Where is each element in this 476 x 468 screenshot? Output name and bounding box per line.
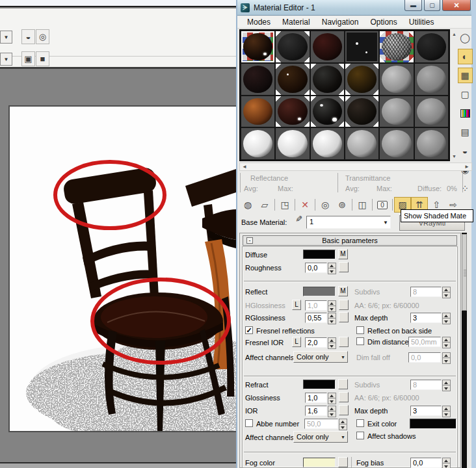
hglossiness-field[interactable]: 1,0 (305, 300, 327, 311)
material-sample-slot[interactable] (311, 96, 344, 127)
eyedropper-icon[interactable]: ✎ (292, 215, 304, 227)
refract-subdivs-field[interactable]: 8 (410, 380, 442, 390)
refract-color-swatch[interactable] (303, 380, 336, 389)
material-sample-slot[interactable] (311, 31, 344, 62)
material-sample-slot[interactable] (276, 64, 309, 95)
fresnel-ior-lock-button[interactable]: L (292, 337, 301, 347)
palette-scroll-down-icon[interactable]: ▼ (451, 153, 457, 160)
exit-color-checkbox[interactable] (356, 419, 364, 427)
ior-field[interactable]: 1,6 (305, 406, 327, 416)
put-material-to-scene-icon[interactable]: ▱ (256, 197, 273, 213)
fog-bias-spinner[interactable] (442, 458, 450, 468)
material-sample-slot[interactable] (380, 31, 413, 62)
hglossiness-spinner[interactable] (328, 300, 336, 311)
menu-modes[interactable]: Modes (241, 16, 276, 28)
fresnel-ior-field[interactable]: 2,0 (305, 337, 327, 348)
ior-spinner[interactable] (328, 406, 336, 417)
render-setup-icon[interactable]: ▣ (21, 51, 35, 66)
dim-distance-checkbox[interactable] (356, 337, 364, 345)
scrollbar-thumb[interactable] (462, 234, 467, 311)
material-sample-slot[interactable] (415, 96, 448, 127)
collapse-icon[interactable]: - (246, 237, 253, 244)
material-sample-slot[interactable] (380, 96, 413, 127)
material-name-dropdown[interactable]: 1 ▼ (306, 216, 391, 229)
background-icon[interactable]: ▦ (458, 68, 473, 83)
material-sample-slot[interactable] (415, 128, 448, 159)
scroll-left-icon[interactable]: ◄ (240, 164, 249, 170)
glossiness-spinner[interactable] (328, 393, 336, 404)
max-depth-spinner[interactable] (442, 313, 450, 324)
material-sample-slot[interactable] (241, 96, 274, 127)
menu-options[interactable]: Options (364, 16, 403, 28)
material-sample-slot[interactable] (345, 31, 378, 62)
close-button[interactable]: ✕ (442, 0, 471, 11)
material-id-channel-icon[interactable]: 0 (374, 197, 391, 213)
reflect-map-button[interactable]: M (338, 286, 348, 296)
reset-map-icon[interactable]: ✕ (297, 197, 313, 213)
fresnel-checkbox[interactable]: ✓ (245, 326, 253, 334)
sample-uv-tiling-icon[interactable]: ▢ (458, 86, 473, 102)
material-sample-slot[interactable] (345, 64, 378, 95)
material-sample-slot[interactable] (241, 128, 274, 159)
reflect-color-swatch[interactable] (303, 287, 336, 296)
fog-color-map-button[interactable] (338, 457, 348, 467)
material-sample-slot[interactable] (415, 31, 448, 62)
refract-map-button[interactable] (338, 379, 348, 389)
refract-max-depth-field[interactable]: 3 (410, 406, 442, 416)
make-material-copy-icon[interactable]: ◎ (317, 197, 334, 213)
subdivs-field[interactable]: 8 (410, 287, 442, 297)
hglossiness-lock-button[interactable]: L (292, 300, 301, 310)
roughness-map-button[interactable] (339, 262, 349, 272)
minimize-button[interactable]: ▬ (404, 0, 422, 11)
dim-distance-field[interactable]: 50,0mm (408, 337, 441, 347)
abbe-field[interactable]: 50,0 (304, 419, 338, 429)
roughness-field[interactable]: 0,0 (305, 263, 327, 273)
render-preset-dropdown[interactable]: ▼ (0, 31, 12, 44)
ior-map-button[interactable] (339, 405, 349, 415)
max-depth-field[interactable]: 3 (410, 313, 442, 323)
glossiness-map-button[interactable] (339, 392, 349, 402)
material-sample-slot[interactable] (345, 128, 378, 159)
dim-distance-spinner[interactable] (442, 337, 450, 348)
sample-type-icon[interactable]: ◯ (458, 30, 473, 46)
refract-max-depth-spinner[interactable] (442, 406, 450, 417)
material-sample-slot[interactable] (345, 96, 378, 127)
affect-channels-dropdown[interactable]: Color only ▼ (293, 351, 348, 363)
backlight-icon[interactable]: ◐ (458, 49, 473, 64)
menu-material[interactable]: Material (276, 16, 316, 28)
material-sample-slot[interactable] (311, 64, 344, 95)
subdivs-spinner[interactable] (442, 287, 450, 298)
fresnel-ior-spinner[interactable] (328, 337, 336, 348)
assign-material-to-selection-icon[interactable]: ◳ (276, 197, 293, 213)
exit-color-swatch[interactable] (410, 419, 456, 429)
palette-horizontal-scrollbar[interactable]: ◄ ► (239, 162, 472, 171)
fog-color-swatch[interactable] (303, 458, 336, 467)
material-sample-slot[interactable] (276, 128, 309, 159)
material-map-navigator-icon[interactable]: ⁘ (458, 181, 473, 196)
maximize-button[interactable]: ▢ (424, 0, 440, 11)
menu-utilities[interactable]: Utilities (403, 16, 440, 28)
roughness-spinner[interactable] (328, 263, 336, 274)
abbe-spinner[interactable] (339, 419, 347, 430)
material-sample-slot[interactable] (276, 96, 309, 127)
dim-fall-off-spinner[interactable] (442, 352, 450, 363)
reflect-back-checkbox[interactable] (356, 326, 364, 334)
put-to-library-icon[interactable]: ◫ (354, 197, 371, 213)
make-preview-icon[interactable]: ▤ (458, 124, 473, 140)
params-vertical-scrollbar[interactable] (462, 233, 467, 468)
diffuse-map-button[interactable]: M (338, 249, 348, 259)
rendered-frame-window-icon[interactable]: ■ (36, 51, 49, 66)
rglossiness-spinner[interactable] (328, 313, 336, 324)
diffuse-color-swatch[interactable] (303, 250, 336, 259)
fresnel-ior-map-button[interactable] (339, 337, 349, 347)
render-iterative-icon[interactable]: ◎ (36, 29, 49, 44)
material-sample-slot[interactable] (415, 64, 448, 95)
affect-shadows-checkbox[interactable] (356, 432, 364, 439)
render-production-icon[interactable]: ◒ (21, 29, 35, 44)
material-sample-slot[interactable] (380, 64, 413, 95)
material-sample-slot[interactable] (276, 31, 309, 62)
refract-affect-channels-dropdown[interactable]: Color only ▼ (293, 431, 348, 443)
rollout-header[interactable]: Basic parameters (243, 235, 457, 246)
abbe-checkbox[interactable] (245, 419, 253, 427)
material-sample-slot[interactable] (380, 128, 413, 159)
